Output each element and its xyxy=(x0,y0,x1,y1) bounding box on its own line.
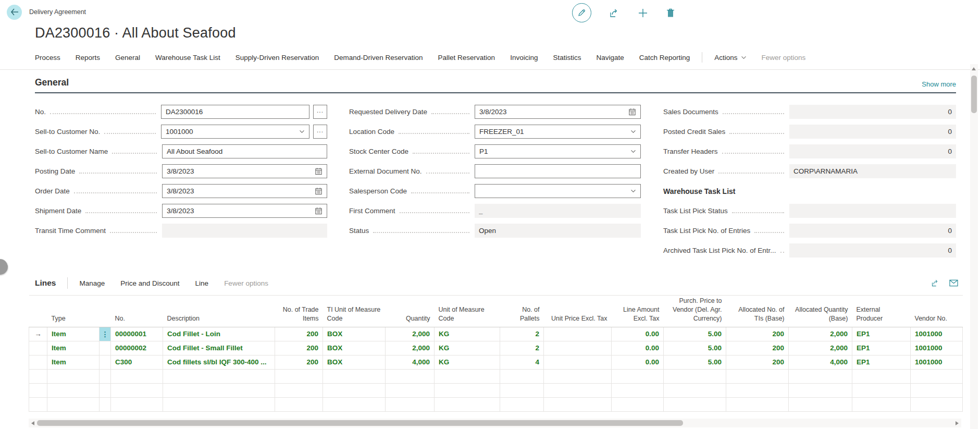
empty-cell[interactable] xyxy=(111,397,163,411)
chevron-down-icon[interactable] xyxy=(630,189,636,193)
ribbon-item-pallet-reservation[interactable]: Pallet Reservation xyxy=(438,54,495,62)
empty-cell[interactable] xyxy=(852,383,911,397)
ribbon-item-warehouse-task-list[interactable]: Warehouse Task List xyxy=(155,54,220,62)
cell-unit-of-measure-code[interactable]: KG xyxy=(435,355,500,369)
lines-menu-price-and-discount[interactable]: Price and Discount xyxy=(120,279,179,287)
cell-allocated-quantity-base[interactable]: 2,000 xyxy=(789,327,852,341)
empty-cell[interactable] xyxy=(275,397,323,411)
cell-type[interactable]: Item xyxy=(47,327,100,341)
chevron-down-icon[interactable] xyxy=(630,130,636,133)
empty-cell[interactable] xyxy=(29,383,47,397)
field-shipment-date[interactable]: 3/8/2023 xyxy=(162,204,327,218)
cell-unit-of-measure-code[interactable]: KG xyxy=(435,341,500,355)
cell-allocated-quantity-base[interactable]: 4,000 xyxy=(789,355,852,369)
scroll-left-arrow-icon[interactable] xyxy=(31,421,34,425)
share-button[interactable] xyxy=(609,8,620,18)
empty-cell[interactable] xyxy=(435,383,500,397)
field-salesperson-code[interactable] xyxy=(475,184,641,198)
column-header-no[interactable]: No. xyxy=(111,296,163,327)
empty-cell[interactable] xyxy=(612,383,664,397)
cell-purch-price-to-vendor-del-agr-currency[interactable]: 5.00 xyxy=(664,327,726,341)
row-menu-icon[interactable] xyxy=(100,341,111,355)
column-header-ti-unit-of-measure-code[interactable]: TI Unit of Measure Code xyxy=(323,296,386,327)
cell-type[interactable]: Item xyxy=(47,341,100,355)
empty-cell[interactable] xyxy=(435,369,500,383)
lookup-button-no[interactable]: ... xyxy=(313,105,327,119)
cell-unit-price-excl-tax[interactable] xyxy=(544,341,612,355)
empty-cell[interactable] xyxy=(544,383,612,397)
empty-cell[interactable] xyxy=(386,397,435,411)
collapsed-panel-handle[interactable] xyxy=(0,259,8,275)
empty-cell[interactable] xyxy=(500,383,544,397)
ribbon-item-supply-driven-reservation[interactable]: Supply-Driven Reservation xyxy=(235,54,319,62)
general-heading[interactable]: General xyxy=(35,77,69,88)
lines-share-button[interactable] xyxy=(931,279,940,287)
field-requested-delivery-date[interactable]: 3/8/2023 xyxy=(475,105,641,119)
empty-cell[interactable] xyxy=(386,383,435,397)
cell-allocated-no-of-tis-base[interactable]: 200 xyxy=(726,355,789,369)
column-header-external-producer[interactable]: External Producer xyxy=(852,296,911,327)
empty-cell[interactable] xyxy=(386,369,435,383)
cell-ti-unit-of-measure-code[interactable]: BOX xyxy=(323,355,386,369)
column-header-allocated-quantity-base[interactable]: Allocated Quantity (Base) xyxy=(789,296,852,327)
cell-ti-unit-of-measure-code[interactable]: BOX xyxy=(323,341,386,355)
empty-cell[interactable] xyxy=(163,369,275,383)
ribbon-item-general[interactable]: General xyxy=(115,54,140,62)
column-header-description[interactable]: Description xyxy=(163,296,275,327)
cell-quantity[interactable]: 2,000 xyxy=(386,327,435,341)
lines-fewer-options[interactable]: Fewer options xyxy=(224,279,268,287)
cell-line-amount-excl-tax[interactable]: 0.00 xyxy=(612,327,664,341)
empty-cell[interactable] xyxy=(612,397,664,411)
back-button[interactable] xyxy=(7,5,22,20)
cell-external-producer[interactable]: EP1 xyxy=(852,327,911,341)
horizontal-scrollbar[interactable] xyxy=(29,419,961,427)
field-sell-to-customer-no[interactable]: 1001000 xyxy=(161,125,309,139)
column-header-type[interactable]: Type xyxy=(47,296,100,327)
empty-cell[interactable] xyxy=(852,397,911,411)
empty-cell[interactable] xyxy=(275,383,323,397)
scroll-up-arrow-icon[interactable] xyxy=(972,67,976,70)
cell-vendor-no[interactable]: 1001000 xyxy=(911,341,963,355)
column-header-unit-price-excl-tax[interactable]: Unit Price Excl. Tax xyxy=(544,296,612,327)
row-selector[interactable]: → xyxy=(29,327,47,341)
lookup-button-sell-to-customer-no[interactable]: ... xyxy=(313,125,327,139)
delete-button[interactable] xyxy=(666,8,675,18)
cell-no-of-trade-items[interactable]: 200 xyxy=(275,327,323,341)
chevron-down-icon[interactable] xyxy=(299,130,305,133)
empty-cell[interactable] xyxy=(500,397,544,411)
empty-cell[interactable] xyxy=(911,383,963,397)
empty-cell[interactable] xyxy=(544,369,612,383)
empty-cell[interactable] xyxy=(852,369,911,383)
cell-purch-price-to-vendor-del-agr-currency[interactable]: 5.00 xyxy=(664,355,726,369)
cell-description[interactable]: Cod Fillet - Loin xyxy=(163,327,275,341)
cell-purch-price-to-vendor-del-agr-currency[interactable]: 5.00 xyxy=(664,341,726,355)
ribbon-item-process[interactable]: Process xyxy=(35,54,60,62)
cell-allocated-no-of-tis-base[interactable]: 200 xyxy=(726,327,789,341)
column-header-allocated-no-of-tis-base[interactable]: Allocated No. of TIs (Base) xyxy=(726,296,789,327)
vertical-scroll-thumb[interactable] xyxy=(971,76,977,113)
column-header-unit-of-measure-code[interactable]: Unit of Measure Code xyxy=(435,296,500,327)
cell-external-producer[interactable]: EP1 xyxy=(852,341,911,355)
field-no[interactable]: DA2300016 xyxy=(161,105,309,119)
ribbon-actions[interactable]: Actions xyxy=(714,54,746,62)
cell-allocated-no-of-tis-base[interactable]: 200 xyxy=(726,341,789,355)
row-selector[interactable] xyxy=(29,341,47,355)
ribbon-item-catch-reporting[interactable]: Catch Reporting xyxy=(639,54,690,62)
horizontal-scroll-thumb[interactable] xyxy=(37,420,683,426)
ribbon-fewer-options[interactable]: Fewer options xyxy=(762,54,806,62)
cell-ti-unit-of-measure-code[interactable]: BOX xyxy=(323,327,386,341)
breadcrumb[interactable]: Delivery Agreement xyxy=(29,8,86,16)
calendar-icon[interactable] xyxy=(628,108,636,116)
ribbon-item-statistics[interactable]: Statistics xyxy=(553,54,581,62)
cell-no[interactable]: C300 xyxy=(111,355,163,369)
lines-heading[interactable]: Lines xyxy=(35,278,56,288)
cell-line-amount-excl-tax[interactable]: 0.00 xyxy=(612,355,664,369)
cell-no-of-pallets[interactable]: 4 xyxy=(500,355,544,369)
chevron-down-icon[interactable] xyxy=(630,150,636,153)
column-header-line-amount-excl-tax[interactable]: Line Amount Excl. Tax xyxy=(612,296,664,327)
empty-cell[interactable] xyxy=(100,383,111,397)
column-header-no-of-trade-items[interactable]: No. of Trade Items xyxy=(275,296,323,327)
cell-no-of-trade-items[interactable]: 200 xyxy=(275,355,323,369)
scroll-right-arrow-icon[interactable] xyxy=(956,421,959,425)
calendar-icon[interactable] xyxy=(315,167,322,175)
